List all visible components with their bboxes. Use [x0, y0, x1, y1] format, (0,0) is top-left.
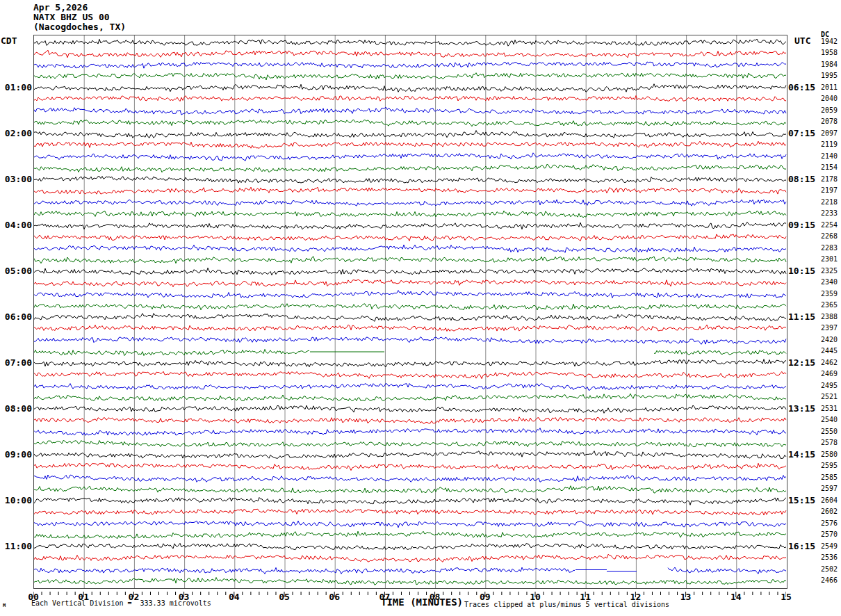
dc-value-1: 1958 [821, 49, 841, 57]
station-id: NATX BHZ US 00 [33, 13, 110, 22]
trace-row-10 [34, 153, 786, 161]
time-axis-ticks [33, 588, 786, 595]
trace-row-39 [34, 486, 786, 493]
trace-row-26 [34, 337, 786, 345]
trace-row-22 [34, 291, 786, 298]
right-hour-label-06:15: 06:15 [788, 82, 820, 92]
trace-row-35 [34, 441, 786, 447]
dc-value-31: 2521 [821, 393, 841, 401]
right-hour-label-11:15: 11:15 [788, 311, 820, 322]
dc-value-3: 1995 [821, 72, 841, 80]
trace-row-21 [34, 279, 786, 286]
trace-row-42 [34, 521, 786, 528]
dc-value-5: 2040 [821, 95, 841, 103]
left-hour-label-02:00: 02:00 [1, 128, 32, 138]
trace-row-47 [34, 578, 786, 585]
left-hour-label-09:00: 09:00 [1, 449, 32, 460]
dc-value-35: 2578 [821, 439, 841, 447]
dc-value-14: 2218 [821, 198, 841, 206]
trace-row-11 [34, 164, 786, 172]
dc-value-26: 2420 [821, 336, 841, 344]
trace-row-15 [34, 211, 786, 218]
timezone-right-label: UTC [794, 35, 810, 46]
dc-value-4: 2011 [821, 83, 841, 92]
dc-value-11: 2154 [821, 163, 841, 172]
trace-row-0 [34, 39, 786, 46]
trace-row-3 [34, 73, 786, 80]
trace-row-30 [34, 384, 786, 391]
left-hour-label-08:00: 08:00 [1, 403, 32, 414]
right-hour-label-07:15: 07:15 [788, 128, 820, 138]
left-hour-label-05:00: 05:00 [1, 266, 32, 276]
left-hour-label-11:00: 11:00 [1, 541, 32, 551]
dc-value-30: 2495 [821, 382, 841, 390]
left-hour-label-07:00: 07:00 [1, 357, 32, 368]
trace-row-13 [34, 187, 786, 194]
trace-row-29 [34, 371, 786, 378]
timezone-left-label: CDT [1, 35, 17, 46]
dc-value-9: 2119 [821, 140, 841, 149]
trace-row-33 [34, 417, 786, 423]
trace-row-9 [34, 141, 786, 148]
trace-row-8 [34, 131, 786, 138]
trace-row-6 [34, 107, 786, 115]
dc-value-27: 2445 [821, 347, 841, 355]
trace-row-38 [34, 475, 786, 482]
x-axis-title: TIME (MINUTES) [381, 597, 463, 608]
dc-value-16: 2254 [821, 221, 841, 229]
corner-mark: M [3, 603, 6, 608]
right-hour-label-08:15: 08:15 [788, 174, 820, 184]
seismogram-plot-area [33, 35, 787, 589]
dc-value-44: 2549 [821, 542, 841, 551]
dc-value-21: 2340 [821, 278, 841, 286]
trace-row-40 [34, 498, 786, 505]
dc-value-42: 2576 [821, 519, 841, 528]
right-hour-label-09:15: 09:15 [788, 220, 820, 230]
dc-value-38: 2585 [821, 473, 841, 482]
dc-value-34: 2550 [821, 428, 841, 436]
minute-label-13: 13 [674, 592, 698, 602]
left-hour-label-01:00: 01:00 [1, 82, 32, 92]
trace-row-31 [34, 394, 786, 401]
dc-value-18: 2283 [821, 244, 841, 252]
trace-row-34 [34, 428, 786, 436]
dc-value-28: 2462 [821, 359, 841, 367]
trace-row-32 [34, 405, 786, 413]
dc-value-46: 2502 [821, 565, 841, 574]
dc-value-43: 2570 [821, 530, 841, 539]
minute-label-15: 15 [774, 592, 798, 602]
right-hour-label-10:15: 10:15 [788, 266, 820, 276]
dc-value-29: 2469 [821, 370, 841, 378]
minute-label-04: 04 [222, 592, 246, 602]
trace-row-20 [34, 268, 786, 275]
trace-row-37 [34, 463, 786, 471]
trace-row-7 [34, 120, 786, 126]
trace-row-1 [34, 50, 786, 58]
left-hour-label-03:00: 03:00 [1, 174, 32, 184]
dc-value-40: 2604 [821, 496, 841, 505]
trace-row-14 [34, 200, 786, 206]
clipping-note: Traces clipped at plus/minus 5 vertical … [464, 601, 669, 608]
minute-label-06: 06 [322, 592, 346, 602]
trace-row-44 [34, 543, 786, 549]
dc-value-6: 2059 [821, 106, 841, 115]
trace-row-28 [34, 359, 786, 367]
dc-value-33: 2540 [821, 416, 841, 424]
trace-row-12 [34, 177, 786, 184]
dc-value-15: 2233 [821, 209, 841, 218]
trace-row-19 [34, 257, 786, 264]
minute-label-14: 14 [724, 592, 748, 602]
dc-value-12: 2178 [821, 175, 841, 184]
vertical-scale-note: Each Vertical Division = 333.33 microvol… [31, 599, 211, 607]
trace-canvas [34, 35, 787, 588]
trace-row-25 [34, 325, 786, 331]
trace-row-46 [34, 567, 786, 574]
dc-value-24: 2388 [821, 313, 841, 321]
plot-date: Apr 5,2026 [33, 3, 88, 13]
trace-row-5 [34, 96, 786, 102]
trace-row-2 [34, 62, 786, 68]
trace-row-18 [34, 245, 786, 252]
dc-value-39: 2597 [821, 485, 841, 493]
dc-value-17: 2268 [821, 232, 841, 241]
dc-value-20: 2325 [821, 267, 841, 275]
